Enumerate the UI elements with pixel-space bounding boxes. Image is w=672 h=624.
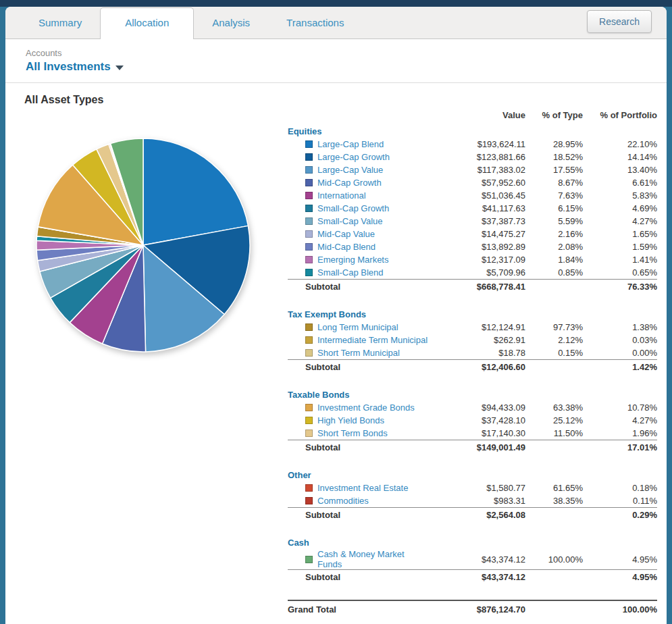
asset-color-swatch (305, 166, 313, 174)
column-header-value: Value (430, 110, 525, 120)
asset-pct-type: 100.00% (525, 554, 583, 565)
asset-link-international[interactable]: International (288, 190, 430, 201)
asset-pct-type: 0.85% (525, 267, 583, 278)
asset-color-swatch (305, 192, 313, 199)
subtotal-row-equities: Subtotal$668,778.4176.33% (288, 279, 657, 293)
asset-group-header-other: Other (288, 469, 657, 482)
asset-link-investment-grade-bonds[interactable]: Investment Grade Bonds (288, 402, 430, 413)
accounts-section: Accounts All Investments (5, 39, 667, 83)
asset-pct-portfolio: 22.10% (583, 139, 657, 149)
asset-pct-type: 38.35% (525, 496, 583, 506)
asset-pct-type: 8.67% (525, 178, 583, 188)
asset-row-short-term-municipal: Short Term Municipal$18.780.15%0.00% (288, 346, 657, 359)
asset-pct-portfolio: 0.00% (583, 348, 657, 358)
asset-color-swatch (305, 556, 313, 563)
asset-label: International (317, 190, 366, 201)
asset-group-header-equities: Equities (288, 125, 657, 138)
grand-total-value: $876,124.70 (430, 604, 525, 615)
asset-color-swatch (305, 243, 313, 251)
account-selector[interactable]: All Investments (26, 60, 124, 74)
asset-row-large-cap-value: Large-Cap Value$117,383.0217.55%13.40% (288, 163, 657, 176)
asset-link-high-yield-bonds[interactable]: High Yield Bonds (288, 415, 430, 425)
asset-group-taxable-bonds: Taxable BondsInvestment Grade Bonds$94,4… (288, 388, 657, 454)
subtotal-row-taxable-bonds: Subtotal$149,001.4917.01% (288, 440, 657, 454)
subtotal-row-tax-exempt-bonds: Subtotal$12,406.601.42% (288, 359, 657, 373)
asset-pct-type: 2.08% (525, 242, 583, 252)
asset-value: $14,475.27 (430, 229, 525, 239)
subtotal-value: $12,406.60 (430, 362, 525, 372)
asset-pct-type: 28.95% (525, 139, 583, 149)
asset-value: $43,374.12 (430, 554, 525, 565)
asset-link-large-cap-value[interactable]: Large-Cap Value (288, 165, 430, 175)
asset-link-large-cap-blend[interactable]: Large-Cap Blend (288, 139, 430, 149)
asset-row-large-cap-blend: Large-Cap Blend$193,624.1128.95%22.10% (288, 138, 657, 151)
asset-label: Small-Cap Value (317, 216, 383, 226)
asset-link-small-cap-blend[interactable]: Small-Cap Blend (288, 267, 430, 278)
asset-group-equities: EquitiesLarge-Cap Blend$193,624.1128.95%… (288, 125, 657, 293)
column-header-pct-portfolio: % of Portfolio (583, 110, 657, 120)
asset-row-emerging-markets: Emerging Markets$12,317.091.84%1.41% (288, 253, 657, 266)
asset-row-commodities: Commodities$983.3138.35%0.11% (288, 494, 657, 507)
asset-link-investment-real-estate[interactable]: Investment Real Estate (288, 483, 430, 493)
tab-transactions[interactable]: Transactions (268, 8, 362, 38)
asset-pct-portfolio: 0.18% (583, 483, 657, 493)
asset-link-large-cap-growth[interactable]: Large-Cap Growth (288, 152, 430, 162)
asset-value: $37,387.73 (430, 216, 525, 226)
asset-value: $41,117.63 (430, 203, 525, 213)
asset-link-mid-cap-growth[interactable]: Mid-Cap Growth (288, 178, 430, 188)
asset-link-emerging-markets[interactable]: Emerging Markets (288, 255, 430, 265)
asset-link-mid-cap-blend[interactable]: Mid-Cap Blend (288, 242, 430, 252)
asset-pct-portfolio: 1.38% (583, 322, 657, 332)
app-frame: Summary Allocation Analysis Transactions… (5, 7, 667, 624)
asset-link-mid-cap-value[interactable]: Mid-Cap Value (288, 229, 430, 239)
asset-value: $57,952.60 (430, 178, 525, 188)
asset-label: Small-Cap Blend (317, 267, 384, 278)
asset-group-other: OtherInvestment Real Estate$1,580.7761.6… (288, 469, 657, 521)
asset-link-intermediate-term-municipal[interactable]: Intermediate Term Municipal (288, 335, 430, 345)
asset-link-small-cap-growth[interactable]: Small-Cap Growth (288, 203, 430, 213)
asset-label: Small-Cap Growth (317, 203, 389, 213)
asset-row-high-yield-bonds: High Yield Bonds$37,428.1025.12%4.27% (288, 414, 657, 427)
asset-color-swatch (305, 269, 313, 276)
asset-label: Long Term Municipal (317, 322, 398, 332)
subtotal-label: Subtotal (288, 442, 430, 452)
asset-value: $18.78 (430, 348, 525, 358)
pie-svg (30, 132, 256, 358)
subtotal-label: Subtotal (288, 282, 430, 292)
asset-pct-type: 1.84% (525, 255, 583, 265)
chevron-down-icon (115, 66, 124, 70)
asset-color-swatch (305, 336, 313, 344)
asset-row-mid-cap-growth: Mid-Cap Growth$57,952.608.67%6.61% (288, 176, 657, 189)
asset-link-cash-and-money-market-funds[interactable]: Cash & Money Market Funds (288, 549, 430, 569)
asset-row-small-cap-value: Small-Cap Value$37,387.735.59%4.27% (288, 215, 657, 228)
asset-pct-portfolio: 4.27% (583, 216, 657, 226)
asset-color-swatch (305, 217, 313, 225)
asset-link-commodities[interactable]: Commodities (288, 496, 430, 506)
asset-pct-type: 0.15% (525, 348, 583, 358)
asset-row-cash-and-money-market-funds: Cash & Money Market Funds$43,374.12100.0… (288, 549, 657, 569)
subtotal-label: Subtotal (288, 572, 430, 582)
allocation-table: Value % of Type % of Portfolio EquitiesL… (288, 110, 657, 616)
subtotal-value: $668,778.41 (430, 282, 525, 292)
asset-row-short-term-bonds: Short Term Bonds$17,140.3011.50%1.96% (288, 427, 657, 440)
asset-row-investment-grade-bonds: Investment Grade Bonds$94,433.0963.38%10… (288, 401, 657, 414)
asset-group-header-tax-exempt-bonds: Tax Exempt Bonds (288, 308, 657, 321)
tab-analysis[interactable]: Analysis (194, 8, 268, 38)
tab-allocation[interactable]: Allocation (100, 7, 194, 39)
asset-value: $12,124.91 (430, 322, 525, 332)
asset-color-swatch (305, 484, 313, 492)
tab-summary[interactable]: Summary (20, 8, 100, 38)
allocation-pie-chart (30, 132, 256, 358)
asset-link-long-term-municipal[interactable]: Long Term Municipal (288, 322, 430, 332)
asset-pct-type: 61.65% (525, 483, 583, 493)
asset-link-short-term-municipal[interactable]: Short Term Municipal (288, 348, 430, 358)
asset-link-short-term-bonds[interactable]: Short Term Bonds (288, 428, 430, 438)
asset-link-small-cap-value[interactable]: Small-Cap Value (288, 216, 430, 226)
grand-total-row: Grand Total $876,124.70 100.00% (288, 600, 657, 616)
research-button[interactable]: Research (587, 10, 652, 33)
asset-pct-portfolio: 0.03% (583, 335, 657, 345)
asset-pct-type: 6.15% (525, 203, 583, 213)
subtotal-pct-portfolio: 1.42% (583, 362, 657, 372)
asset-pct-type: 63.38% (525, 402, 583, 413)
asset-pct-type: 7.63% (525, 190, 583, 201)
